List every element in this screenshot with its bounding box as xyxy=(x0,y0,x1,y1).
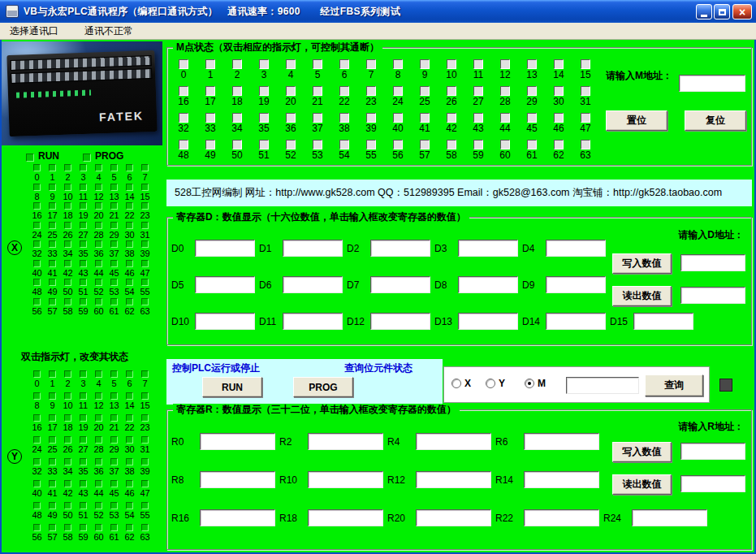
y-point-indicator-38[interactable] xyxy=(126,458,133,465)
register-input-D0[interactable] xyxy=(195,240,255,257)
y-point-indicator-23[interactable] xyxy=(141,414,149,422)
y-point-indicator-62[interactable] xyxy=(126,524,133,531)
x-point-indicator-27[interactable] xyxy=(80,222,87,229)
y-point-indicator-9[interactable] xyxy=(49,392,56,400)
x-point-indicator-43[interactable] xyxy=(80,260,87,267)
m-point-indicator-38[interactable] xyxy=(339,113,349,123)
register-input-D8[interactable] xyxy=(458,276,518,293)
m-point-indicator-58[interactable] xyxy=(447,140,456,149)
m-point-indicator-1[interactable] xyxy=(205,59,215,69)
y-point-indicator-27[interactable] xyxy=(80,436,87,444)
x-point-indicator-24[interactable] xyxy=(33,222,41,229)
m-point-indicator-5[interactable] xyxy=(313,59,322,69)
m-point-indicator-46[interactable] xyxy=(554,113,564,123)
y-point-indicator-7[interactable] xyxy=(141,370,149,378)
x-point-indicator-54[interactable] xyxy=(126,279,133,286)
m-point-indicator-12[interactable] xyxy=(500,59,510,69)
x-point-indicator-60[interactable] xyxy=(95,298,102,305)
y-point-indicator-52[interactable] xyxy=(95,502,102,509)
y-point-indicator-16[interactable] xyxy=(33,414,41,422)
x-point-indicator-14[interactable] xyxy=(126,184,133,191)
x-point-indicator-36[interactable] xyxy=(95,240,102,248)
y-point-indicator-32[interactable] xyxy=(33,458,41,465)
x-point-indicator-50[interactable] xyxy=(64,279,71,286)
m-point-indicator-32[interactable] xyxy=(179,113,188,123)
plc-run-button[interactable]: RUN xyxy=(202,377,262,397)
y-point-indicator-47[interactable] xyxy=(141,480,149,487)
x-point-indicator-45[interactable] xyxy=(110,260,118,267)
y-point-indicator-31[interactable] xyxy=(141,436,149,444)
register-input-D1[interactable] xyxy=(283,240,343,257)
x-point-indicator-5[interactable] xyxy=(110,164,118,171)
x-point-indicator-29[interactable] xyxy=(110,222,118,229)
x-point-indicator-30[interactable] xyxy=(126,222,133,229)
m-point-indicator-33[interactable] xyxy=(205,113,215,123)
m-point-indicator-15[interactable] xyxy=(581,59,590,69)
d-read-button[interactable]: 读出数值 xyxy=(612,286,672,306)
x-point-indicator-51[interactable] xyxy=(80,279,87,286)
x-point-indicator-62[interactable] xyxy=(126,298,133,305)
m-point-indicator-42[interactable] xyxy=(447,113,456,123)
m-point-indicator-27[interactable] xyxy=(473,86,483,96)
m-point-indicator-0[interactable] xyxy=(179,59,188,69)
y-point-indicator-25[interactable] xyxy=(49,436,56,444)
y-point-indicator-8[interactable] xyxy=(33,392,41,400)
register-input-R12[interactable] xyxy=(416,471,491,488)
x-point-indicator-56[interactable] xyxy=(33,298,41,305)
radio-icon-m[interactable] xyxy=(525,379,534,388)
m-point-indicator-56[interactable] xyxy=(393,140,403,149)
y-point-indicator-61[interactable] xyxy=(110,524,118,531)
m-point-indicator-22[interactable] xyxy=(339,86,349,96)
register-input-D12[interactable] xyxy=(370,313,430,330)
x-point-indicator-49[interactable] xyxy=(49,279,56,286)
query-address-input[interactable] xyxy=(566,377,639,394)
x-point-indicator-9[interactable] xyxy=(49,184,56,191)
close-button[interactable]: × xyxy=(732,4,752,19)
r-read-input[interactable] xyxy=(680,475,745,492)
register-input-D14[interactable] xyxy=(546,313,606,330)
x-point-indicator-32[interactable] xyxy=(33,240,41,248)
m-point-indicator-53[interactable] xyxy=(313,140,322,149)
x-point-indicator-52[interactable] xyxy=(95,279,102,286)
register-input-D2[interactable] xyxy=(370,240,430,257)
x-point-indicator-23[interactable] xyxy=(141,202,149,210)
m-point-indicator-59[interactable] xyxy=(473,140,483,149)
x-point-indicator-2[interactable] xyxy=(64,164,71,171)
r-write-button[interactable]: 写入数值 xyxy=(612,442,672,462)
register-input-R8[interactable] xyxy=(200,471,275,488)
register-input-D3[interactable] xyxy=(458,240,518,257)
menu-comm-status[interactable]: 通讯不正常 xyxy=(82,23,136,40)
register-input-R22[interactable] xyxy=(524,509,599,526)
m-point-indicator-36[interactable] xyxy=(286,113,296,123)
register-input-R6[interactable] xyxy=(524,433,599,450)
m-point-indicator-45[interactable] xyxy=(527,113,537,123)
m-point-indicator-7[interactable] xyxy=(366,59,376,69)
m-point-indicator-48[interactable] xyxy=(179,140,188,149)
y-point-indicator-22[interactable] xyxy=(126,414,133,422)
y-point-indicator-56[interactable] xyxy=(33,524,41,531)
y-point-indicator-33[interactable] xyxy=(49,458,56,465)
m-point-indicator-17[interactable] xyxy=(205,86,215,96)
x-point-indicator-40[interactable] xyxy=(33,260,41,267)
y-point-indicator-59[interactable] xyxy=(80,524,87,531)
x-point-indicator-53[interactable] xyxy=(110,279,118,286)
x-point-indicator-13[interactable] xyxy=(110,184,118,191)
y-point-indicator-2[interactable] xyxy=(64,370,71,378)
x-point-indicator-34[interactable] xyxy=(64,240,71,248)
radio-icon-x[interactable] xyxy=(451,379,461,388)
y-point-indicator-6[interactable] xyxy=(126,370,133,378)
x-point-indicator-0[interactable] xyxy=(33,164,41,171)
m-point-indicator-43[interactable] xyxy=(473,113,483,123)
x-point-indicator-10[interactable] xyxy=(64,184,71,191)
m-point-indicator-62[interactable] xyxy=(554,140,564,149)
y-point-indicator-46[interactable] xyxy=(126,480,133,487)
y-point-indicator-37[interactable] xyxy=(110,458,118,465)
register-input-D4[interactable] xyxy=(546,240,606,257)
m-point-indicator-61[interactable] xyxy=(527,140,537,149)
y-point-indicator-20[interactable] xyxy=(95,414,102,422)
register-input-R16[interactable] xyxy=(200,509,275,526)
x-point-indicator-37[interactable] xyxy=(110,240,118,248)
register-input-R0[interactable] xyxy=(200,433,275,450)
x-point-indicator-38[interactable] xyxy=(126,240,133,248)
y-point-indicator-43[interactable] xyxy=(80,480,87,487)
